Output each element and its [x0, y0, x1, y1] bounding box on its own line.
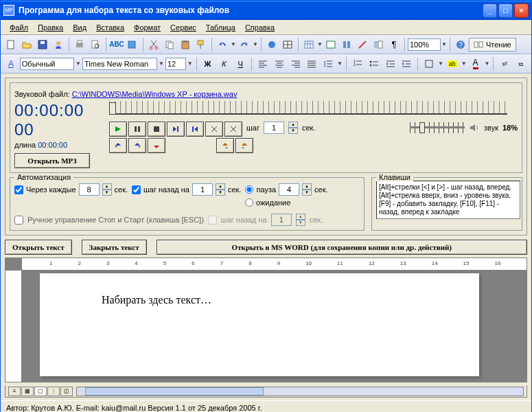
pause-radio[interactable]: [245, 185, 253, 194]
superscript-icon[interactable]: x²: [497, 56, 512, 71]
redo-dropdown[interactable]: ▼: [253, 41, 258, 47]
marker-prev-button[interactable]: [216, 138, 234, 153]
hscrollbar[interactable]: [76, 387, 524, 396]
marker-next-button[interactable]: [235, 138, 253, 153]
columns-icon[interactable]: [339, 37, 354, 52]
close-button[interactable]: ×: [514, 3, 529, 18]
paste-icon[interactable]: [178, 37, 193, 52]
step-back-button[interactable]: [186, 122, 204, 137]
menu-edit[interactable]: Правка: [33, 22, 68, 33]
marker-del-button[interactable]: [148, 138, 165, 153]
bullet-list-icon[interactable]: [367, 56, 382, 71]
print-view-icon[interactable]: ▢: [34, 387, 47, 396]
pause-up[interactable]: ▲: [302, 183, 312, 190]
new-doc-icon[interactable]: [3, 37, 19, 52]
align-justify-icon[interactable]: [304, 56, 319, 71]
menu-insert[interactable]: Вставка: [91, 22, 129, 33]
web-view-icon[interactable]: ▦: [21, 387, 34, 396]
pause-button[interactable]: [128, 122, 146, 137]
underline-button[interactable]: Ч: [233, 56, 248, 71]
zoom-combo[interactable]: 100%: [408, 38, 441, 51]
undo-dropdown[interactable]: ▼: [231, 41, 236, 47]
open-icon[interactable]: [19, 37, 34, 52]
wait-radio[interactable]: [245, 198, 253, 207]
increase-indent-icon[interactable]: [399, 56, 414, 71]
fontcolor-dropdown[interactable]: ▼: [485, 60, 490, 67]
italic-button[interactable]: К: [216, 56, 231, 71]
step-up[interactable]: ▲: [288, 122, 298, 128]
step-input[interactable]: [264, 122, 284, 134]
every-input[interactable]: [79, 183, 100, 196]
reading-view-icon[interactable]: ◫: [60, 387, 73, 396]
drawing-icon[interactable]: [355, 37, 370, 52]
borders-dropdown[interactable]: ▼: [438, 60, 443, 67]
style-a-icon[interactable]: A: [3, 56, 19, 71]
line-spacing-icon[interactable]: [321, 56, 336, 71]
redo-icon[interactable]: [237, 37, 252, 52]
style-dropdown[interactable]: ▼: [76, 60, 81, 67]
back-checkbox[interactable]: [132, 185, 141, 194]
minimize-button[interactable]: _: [483, 3, 497, 18]
tables-icon[interactable]: [280, 37, 295, 52]
table-dropdown[interactable]: ▼: [317, 41, 323, 47]
format-painter-icon[interactable]: [194, 37, 209, 52]
numbered-list-icon[interactable]: 12: [350, 56, 365, 71]
normal-view-icon[interactable]: ≡: [8, 387, 21, 396]
open-text-button[interactable]: Открыть текст: [5, 240, 72, 255]
size-dropdown[interactable]: ▼: [187, 60, 193, 67]
pause-input[interactable]: [279, 183, 299, 196]
step-fwd-button[interactable]: [167, 122, 185, 137]
every-down[interactable]: ▼: [102, 190, 112, 196]
manual-checkbox[interactable]: [14, 216, 23, 225]
size-combo[interactable]: 12: [165, 58, 186, 70]
menu-tools[interactable]: Сервис: [165, 22, 201, 33]
audio-file-path[interactable]: C:\WINDOWS\Media\Windows XP - корзина.wa…: [72, 90, 238, 98]
pause-down[interactable]: ▼: [302, 190, 312, 196]
align-left-icon[interactable]: [255, 56, 270, 71]
every-checkbox[interactable]: [14, 185, 23, 194]
document-text[interactable]: Набирать здесь текст…: [102, 294, 417, 306]
marker-add-left-button[interactable]: +: [109, 138, 127, 153]
hyperlink-icon[interactable]: [264, 37, 279, 52]
excel-icon[interactable]: [323, 37, 338, 52]
maximize-button[interactable]: □: [498, 3, 513, 18]
open-mp3-button[interactable]: Открыть MP3: [14, 153, 90, 168]
font-dropdown[interactable]: ▼: [159, 60, 164, 67]
zoom-dropdown[interactable]: ▼: [441, 41, 447, 47]
stop-button[interactable]: [148, 122, 165, 137]
reading-button[interactable]: Чтение: [469, 38, 516, 52]
help-icon[interactable]: ?: [453, 37, 468, 52]
back-up[interactable]: ▲: [216, 183, 225, 190]
play-button[interactable]: [109, 122, 127, 137]
document-page[interactable]: Набирать здесь текст…: [40, 273, 479, 376]
pilcrow-icon[interactable]: ¶: [386, 37, 402, 52]
undo-icon[interactable]: [215, 37, 230, 52]
highlight-dropdown[interactable]: ▼: [461, 60, 467, 67]
position-slider[interactable]: [109, 101, 507, 115]
close-text-button[interactable]: Закрыть текст: [82, 240, 147, 255]
subscript-icon[interactable]: x₂: [513, 56, 529, 71]
insert-table-icon[interactable]: [301, 37, 316, 52]
marker-add-right-button[interactable]: +: [128, 138, 146, 153]
style-combo[interactable]: Обычный: [20, 58, 74, 70]
back-input[interactable]: [192, 183, 213, 196]
menu-file[interactable]: Файл: [5, 22, 33, 33]
font-combo[interactable]: Times New Roman: [82, 58, 157, 70]
skip-back-button[interactable]: [224, 122, 242, 137]
bold-button[interactable]: Ж: [200, 56, 216, 71]
skip-fwd-button[interactable]: [205, 122, 223, 137]
highlight-icon[interactable]: ab: [445, 56, 460, 71]
menu-help[interactable]: Справка: [240, 22, 279, 33]
research-icon[interactable]: [125, 37, 140, 52]
spacing-dropdown[interactable]: ▼: [337, 60, 343, 67]
font-color-icon[interactable]: A: [468, 56, 483, 71]
spellcheck-icon[interactable]: ABC: [109, 37, 124, 52]
align-center-icon[interactable]: [272, 56, 287, 71]
print-icon[interactable]: [72, 37, 87, 52]
decrease-indent-icon[interactable]: [383, 56, 398, 71]
save-icon[interactable]: [35, 37, 50, 52]
menu-format[interactable]: Формат: [129, 22, 165, 33]
align-right-icon[interactable]: [288, 56, 303, 71]
open-word-button[interactable]: Открыть в MS WORD (для сохранения копии …: [157, 240, 527, 255]
menu-view[interactable]: Вид: [68, 22, 91, 33]
